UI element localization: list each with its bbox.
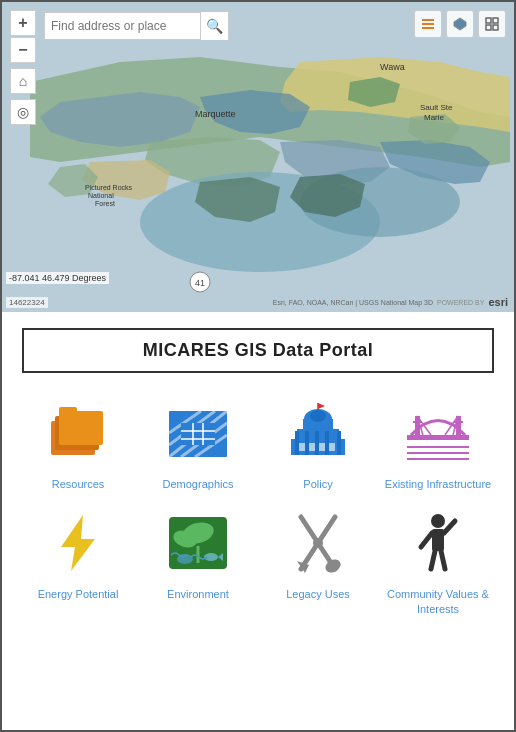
svg-rect-56 <box>325 431 329 455</box>
community-icon <box>403 511 473 575</box>
map-top-right-controls <box>414 10 506 38</box>
layers-button[interactable] <box>414 10 442 38</box>
infrastructure-label: Existing Infrastructure <box>385 477 491 491</box>
svg-rect-60 <box>299 443 305 451</box>
svg-text:Forest: Forest <box>95 200 115 207</box>
energy-icon <box>43 511 113 575</box>
demographics-label: Demographics <box>163 477 234 491</box>
svg-rect-55 <box>315 431 319 455</box>
home-button[interactable]: ⌂ <box>10 68 36 94</box>
search-bar: 🔍 <box>44 12 229 40</box>
zoom-out-button[interactable]: − <box>10 37 36 63</box>
community-icon-box <box>398 507 478 579</box>
svg-text:Sault Ste: Sault Ste <box>420 103 453 112</box>
category-energy[interactable]: Energy Potential <box>22 507 134 616</box>
policy-label: Policy <box>303 477 332 491</box>
energy-label: Energy Potential <box>38 587 119 601</box>
search-input[interactable] <box>45 17 200 35</box>
svg-marker-76 <box>61 515 95 571</box>
map-attribution: Esri, FAO, NOAA, NRCan | USGS National M… <box>273 296 508 308</box>
map-svg: 41 Wawa Sault Ste Marie Marquette Pictur… <box>2 2 514 312</box>
powered-by-text: POWERED BY <box>437 299 484 306</box>
svg-rect-43 <box>181 423 215 445</box>
svg-rect-53 <box>295 431 299 455</box>
attribution-text: Esri, FAO, NOAA, NRCan | USGS National M… <box>273 299 433 306</box>
svg-text:Marie: Marie <box>424 113 445 122</box>
svg-rect-61 <box>309 443 315 451</box>
category-policy[interactable]: Policy <box>262 397 374 491</box>
svg-rect-27 <box>422 27 434 29</box>
svg-rect-63 <box>329 443 335 451</box>
svg-text:National: National <box>88 192 114 199</box>
category-environment[interactable]: Environment <box>142 507 254 616</box>
legacy-icon-box <box>278 507 358 579</box>
svg-rect-25 <box>422 19 434 21</box>
svg-rect-31 <box>486 25 491 30</box>
svg-rect-68 <box>454 421 463 423</box>
infrastructure-icon <box>403 401 473 465</box>
environment-icon <box>163 511 233 575</box>
zoom-in-button[interactable]: + <box>10 10 36 36</box>
svg-rect-54 <box>305 431 309 455</box>
svg-line-93 <box>441 551 445 569</box>
svg-marker-59 <box>318 403 325 409</box>
esri-logo: esri <box>488 296 508 308</box>
basemap-button[interactable] <box>446 10 474 38</box>
map-container[interactable]: 41 Wawa Sault Ste Marie Marquette Pictur… <box>2 2 514 312</box>
svg-rect-57 <box>337 431 341 455</box>
map-coordinates: -87.041 46.479 Degrees <box>6 272 109 284</box>
portal-section: MICARES GIS Data Portal Resources <box>2 312 514 636</box>
expand-button[interactable] <box>478 10 506 38</box>
portal-title: MICARES GIS Data Portal <box>143 340 374 360</box>
legacy-label: Legacy Uses <box>286 587 350 601</box>
resources-label: Resources <box>52 477 105 491</box>
map-scale: 14622324 <box>6 297 48 308</box>
svg-point-88 <box>431 514 445 528</box>
svg-text:Wawa: Wawa <box>380 62 405 72</box>
svg-rect-35 <box>59 411 103 445</box>
portal-title-box: MICARES GIS Data Portal <box>22 328 494 373</box>
demographics-icon-box <box>158 397 238 469</box>
energy-icon-box <box>38 507 118 579</box>
category-grid: Resources <box>22 397 494 616</box>
svg-line-90 <box>421 533 432 547</box>
svg-rect-32 <box>493 25 498 30</box>
legacy-icon <box>283 511 353 575</box>
svg-text:Pictured Rocks: Pictured Rocks <box>85 184 133 191</box>
svg-text:41: 41 <box>195 278 205 288</box>
resources-icon <box>43 401 113 465</box>
svg-line-91 <box>444 521 455 533</box>
environment-icon-box <box>158 507 238 579</box>
category-demographics[interactable]: Demographics <box>142 397 254 491</box>
infrastructure-icon-box <box>398 397 478 469</box>
search-button[interactable]: 🔍 <box>200 12 228 40</box>
map-controls: + − ⌂ ◎ <box>10 10 36 125</box>
category-infrastructure[interactable]: Existing Infrastructure <box>382 397 494 491</box>
locate-button[interactable]: ◎ <box>10 99 36 125</box>
svg-rect-62 <box>319 443 325 451</box>
svg-marker-28 <box>454 18 466 30</box>
svg-rect-26 <box>422 23 434 25</box>
policy-icon <box>283 401 353 465</box>
category-resources[interactable]: Resources <box>22 397 134 491</box>
svg-text:Marquette: Marquette <box>195 109 236 119</box>
svg-rect-36 <box>59 407 77 415</box>
resources-icon-box <box>38 397 118 469</box>
svg-line-92 <box>431 551 435 569</box>
svg-point-87 <box>313 538 323 548</box>
community-label: Community Values & Interests <box>382 587 494 616</box>
category-legacy[interactable]: Legacy Uses <box>262 507 374 616</box>
environment-label: Environment <box>167 587 229 601</box>
category-community[interactable]: Community Values & Interests <box>382 507 494 616</box>
svg-rect-30 <box>493 18 498 23</box>
svg-rect-29 <box>486 18 491 23</box>
demographics-icon <box>163 401 233 465</box>
policy-icon-box <box>278 397 358 469</box>
